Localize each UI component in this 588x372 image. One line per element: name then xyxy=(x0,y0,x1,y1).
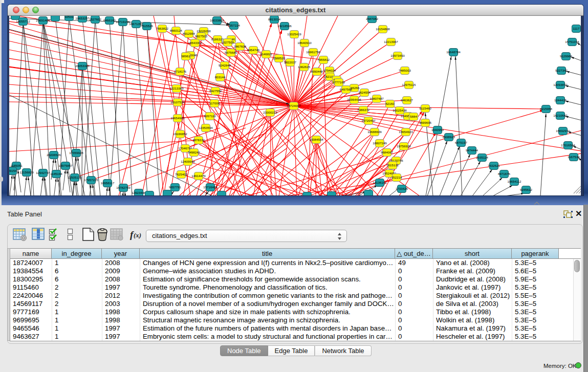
svg-text:1733426: 1733426 xyxy=(396,187,408,190)
svg-text:12409948: 12409948 xyxy=(181,160,195,163)
svg-text:12213967: 12213967 xyxy=(384,40,398,43)
svg-text:6497568: 6497568 xyxy=(340,87,353,91)
svg-text:18807249: 18807249 xyxy=(373,141,387,145)
svg-text:8938923: 8938923 xyxy=(443,135,455,139)
svg-text:6879197: 6879197 xyxy=(455,141,468,144)
svg-text:14055712: 14055712 xyxy=(16,19,30,23)
svg-text:8427552: 8427552 xyxy=(209,89,222,93)
svg-text:7625402: 7625402 xyxy=(175,172,188,176)
svg-text:62160: 62160 xyxy=(385,102,395,105)
svg-text:8912954: 8912954 xyxy=(183,32,195,35)
svg-text:10025438: 10025438 xyxy=(393,108,407,112)
svg-text:5675685: 5675685 xyxy=(225,51,237,54)
svg-text:10107534: 10107534 xyxy=(170,100,185,104)
svg-text:3624554: 3624554 xyxy=(358,91,371,94)
svg-text:15692971: 15692971 xyxy=(556,129,570,133)
svg-text:1145194: 1145194 xyxy=(50,172,62,176)
svg-text:7663822: 7663822 xyxy=(156,27,169,30)
svg-text:9245612: 9245612 xyxy=(520,188,533,191)
svg-text:13654923: 13654923 xyxy=(399,130,413,134)
svg-text:9463627: 9463627 xyxy=(401,98,413,102)
svg-text:10654112: 10654112 xyxy=(507,180,521,183)
svg-text:14914479: 14914479 xyxy=(191,174,206,178)
svg-text:10958117: 10958117 xyxy=(100,181,115,185)
svg-text:18724007: 18724007 xyxy=(287,104,301,107)
svg-text:39154: 39154 xyxy=(9,169,17,172)
svg-text:7955812: 7955812 xyxy=(317,58,330,61)
svg-text:98961: 98961 xyxy=(181,54,190,58)
svg-text:12975115: 12975115 xyxy=(402,83,416,86)
svg-text:8454749: 8454749 xyxy=(247,48,260,52)
svg-text:9115460: 9115460 xyxy=(419,106,431,110)
svg-text:1588520: 1588520 xyxy=(273,56,286,60)
svg-text:10688609: 10688609 xyxy=(367,130,382,134)
svg-text:(x): (x) xyxy=(134,231,141,239)
svg-text:16648784: 16648784 xyxy=(446,50,461,54)
svg-text:1640953: 1640953 xyxy=(431,128,444,132)
svg-text:18640910: 18640910 xyxy=(297,41,312,45)
svg-text:16961758: 16961758 xyxy=(306,50,320,54)
svg-text:20053346: 20053346 xyxy=(75,64,90,68)
svg-text:17957225: 17957225 xyxy=(84,178,98,182)
svg-text:12213369: 12213369 xyxy=(169,86,184,90)
svg-text:20691406: 20691406 xyxy=(36,18,50,22)
svg-text:9827503: 9827503 xyxy=(195,34,208,38)
svg-text:7515526: 7515526 xyxy=(141,24,154,28)
svg-text:9227342: 9227342 xyxy=(555,69,568,72)
svg-text:117006: 117006 xyxy=(209,101,220,105)
svg-text:15720407: 15720407 xyxy=(361,119,376,122)
svg-text:13325419: 13325419 xyxy=(287,32,301,36)
svg-text:1117: 1117 xyxy=(573,27,580,30)
svg-text:12923448: 12923448 xyxy=(132,191,146,194)
svg-text:12156829: 12156829 xyxy=(19,170,34,174)
svg-text:23300213: 23300213 xyxy=(263,111,277,114)
svg-text:1527602: 1527602 xyxy=(89,17,102,21)
svg-text:9657791: 9657791 xyxy=(169,185,182,189)
svg-text:19384554: 19384554 xyxy=(309,138,323,141)
svg-text:5822037: 5822037 xyxy=(284,60,297,64)
svg-text:12505135: 12505135 xyxy=(68,176,82,179)
svg-text:9699695: 9699695 xyxy=(419,121,432,124)
svg-text:8471676: 8471676 xyxy=(498,172,511,176)
svg-text:7357224: 7357224 xyxy=(228,24,241,27)
svg-text:17016504: 17016504 xyxy=(561,143,575,147)
svg-text:6466160: 6466160 xyxy=(103,18,116,22)
svg-text:15751074: 15751074 xyxy=(565,40,579,43)
svg-text:12942737: 12942737 xyxy=(36,171,50,174)
svg-text:7386372: 7386372 xyxy=(357,108,370,112)
svg-text:8660124: 8660124 xyxy=(170,29,183,32)
svg-text:12353594: 12353594 xyxy=(199,126,213,129)
svg-text:8990448: 8990448 xyxy=(311,70,323,73)
svg-text:10807487: 10807487 xyxy=(369,97,384,100)
svg-text:19654985: 19654985 xyxy=(170,116,185,120)
svg-text:10033809: 10033809 xyxy=(210,18,224,22)
svg-text:1615132: 1615132 xyxy=(386,163,399,167)
svg-text:10719155: 10719155 xyxy=(116,20,130,24)
svg-text:6794024: 6794024 xyxy=(323,69,336,72)
svg-text:5498242: 5498242 xyxy=(188,150,201,154)
svg-text:2687082: 2687082 xyxy=(366,17,379,20)
svg-text:19166852: 19166852 xyxy=(173,132,187,136)
svg-text:8813014: 8813014 xyxy=(268,17,281,21)
svg-text:16543362: 16543362 xyxy=(188,41,202,45)
svg-text:16210643: 16210643 xyxy=(553,114,568,117)
svg-text:2718176: 2718176 xyxy=(174,70,187,73)
svg-text:16782759: 16782759 xyxy=(116,186,130,189)
svg-text:252214: 252214 xyxy=(391,176,402,179)
svg-text:20364436: 20364436 xyxy=(347,98,361,101)
svg-text:2935114: 2935114 xyxy=(476,156,488,159)
svg-text:9684067: 9684067 xyxy=(381,150,394,154)
svg-text:7632621: 7632621 xyxy=(488,164,500,167)
svg-text:10531: 10531 xyxy=(64,16,74,18)
svg-text:3878332: 3878332 xyxy=(192,138,205,142)
svg-text:15716485: 15716485 xyxy=(203,185,217,189)
svg-text:8215958: 8215958 xyxy=(540,107,553,111)
svg-text:10653257: 10653257 xyxy=(75,16,90,20)
svg-text:19218506: 19218506 xyxy=(277,24,292,28)
svg-text:17359928: 17359928 xyxy=(69,151,83,155)
svg-text:10973493: 10973493 xyxy=(390,54,405,57)
svg-text:7485003: 7485003 xyxy=(399,69,411,72)
svg-text:10154808: 10154808 xyxy=(376,27,390,31)
svg-text:9777169: 9777169 xyxy=(333,80,345,84)
svg-text:5884: 5884 xyxy=(410,115,417,118)
